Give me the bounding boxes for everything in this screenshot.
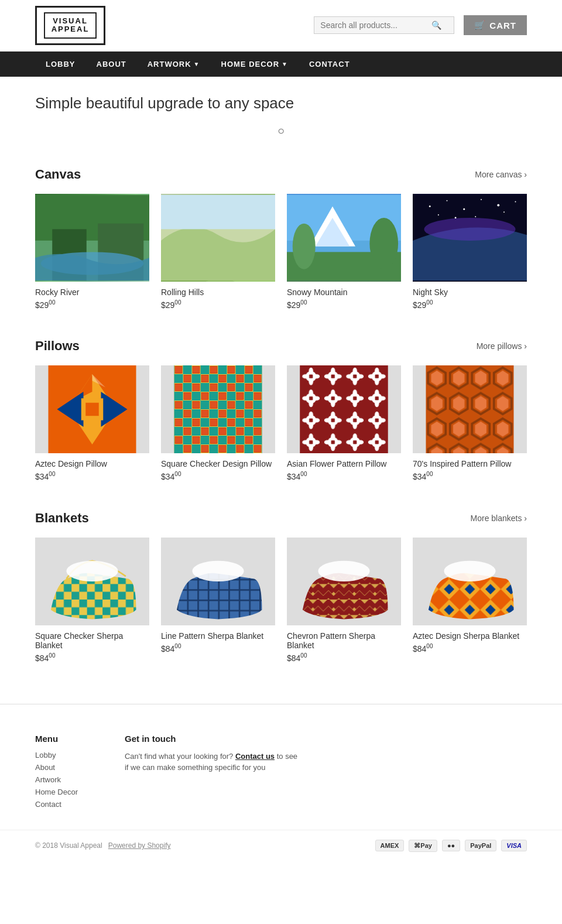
footer-contact-title: Get in touch bbox=[125, 734, 300, 744]
product-name-rocky-river: Rocky River bbox=[35, 288, 149, 297]
product-card-aztec-pillow[interactable]: Aztec Design Pillow $3400 bbox=[35, 365, 149, 481]
product-card-rocky-river[interactable]: Rocky River $2900 bbox=[35, 194, 149, 310]
footer-contact-col: Get in touch Can't find what your lookin… bbox=[125, 734, 300, 812]
nav-item-artwork[interactable]: ARTWORK ▼ bbox=[137, 52, 211, 77]
svg-point-15 bbox=[293, 223, 316, 269]
pillows-section-header: Pillows More pillows › bbox=[35, 338, 527, 354]
contact-link[interactable]: Contact us bbox=[235, 752, 275, 761]
header: VISUAL APPEAL 🔍 🛒 CART bbox=[0, 0, 562, 52]
product-name-rolling-hills: Rolling Hills bbox=[161, 288, 275, 297]
svg-point-65 bbox=[192, 561, 244, 581]
payment-paypal: PayPal bbox=[465, 840, 496, 851]
footer-menu-contact[interactable]: Contact bbox=[35, 800, 78, 809]
product-card-aztec-blanket[interactable]: Aztec Design Sherpa Blanket $8400 bbox=[413, 538, 527, 663]
footer-copyright-area: © 2018 Visual Appeal Powered by Shopify bbox=[35, 841, 170, 850]
canvas-section-header: Canvas More canvas › bbox=[35, 167, 527, 182]
nav-item-contact[interactable]: CONTACT bbox=[299, 52, 361, 77]
nav-artwork-label: ARTWORK bbox=[148, 60, 191, 69]
product-price-chevron-blanket: $8400 bbox=[287, 652, 401, 663]
nav-item-about[interactable]: ABOUT bbox=[86, 52, 137, 77]
canvas-more-link[interactable]: More canvas › bbox=[475, 170, 527, 179]
pillows-product-grid: Aztec Design Pillow $3400 Square Chec bbox=[35, 365, 527, 481]
search-button[interactable]: 🔍 bbox=[431, 20, 441, 30]
svg-point-19 bbox=[447, 200, 448, 201]
product-image-aztec-blanket bbox=[413, 538, 527, 625]
product-image-chevron-blanket bbox=[287, 538, 401, 625]
product-price-checker-blanket: $8400 bbox=[35, 652, 149, 663]
svg-point-16 bbox=[369, 217, 398, 269]
product-card-checker-pillow[interactable]: Square Checker Design Pillow $3400 bbox=[161, 365, 275, 481]
pillows-section: Pillows More pillows › Aztec Design Pill… bbox=[0, 327, 562, 499]
product-image-aztec-pillow bbox=[35, 365, 149, 453]
product-card-rolling-hills[interactable]: Rolling Hills $2900 bbox=[161, 194, 275, 310]
product-card-line-blanket[interactable]: Line Pattern Sherpa Blanket $8400 bbox=[161, 538, 275, 663]
product-price-rocky-river: $2900 bbox=[35, 299, 149, 310]
footer-menu-artwork[interactable]: Artwork bbox=[35, 775, 78, 784]
nav-item-home-decor[interactable]: HOME DECOR ▼ bbox=[211, 52, 299, 77]
product-image-rocky-river bbox=[35, 194, 149, 282]
footer-menu-col: Menu Lobby About Artwork Home Decor Cont… bbox=[35, 734, 78, 812]
nav-contact-label: CONTACT bbox=[309, 60, 350, 69]
product-name-aztec-blanket: Aztec Design Sherpa Blanket bbox=[413, 631, 527, 641]
pillows-more-link[interactable]: More pillows › bbox=[477, 341, 527, 351]
product-name-checker-blanket: Square Checker Sherpa Blanket bbox=[35, 631, 149, 650]
hero-section: Simple beautiful upgrade to any space ○ bbox=[0, 77, 562, 155]
footer-contact-text: Can't find what your looking for? Contac… bbox=[125, 751, 300, 774]
product-image-snowy-mountain bbox=[287, 194, 401, 282]
product-price-night-sky: $2900 bbox=[413, 299, 527, 310]
product-image-flower-pillow bbox=[287, 365, 401, 453]
product-card-flower-pillow[interactable]: Asian Flower Pattern Pillow $3400 bbox=[287, 365, 401, 481]
svg-point-18 bbox=[429, 206, 431, 207]
nav-home-decor-arrow: ▼ bbox=[282, 61, 288, 67]
product-card-night-sky[interactable]: Night Sky $2900 bbox=[413, 194, 527, 310]
search-input[interactable] bbox=[320, 20, 431, 30]
product-image-night-sky bbox=[413, 194, 527, 282]
product-price-70s-pillow: $3400 bbox=[413, 471, 527, 481]
product-card-snowy-mountain[interactable]: Snowy Mountain $2900 bbox=[287, 194, 401, 310]
canvas-section-title: Canvas bbox=[35, 167, 81, 182]
footer-menu-home-decor[interactable]: Home Decor bbox=[35, 788, 78, 796]
logo[interactable]: VISUAL APPEAL bbox=[35, 6, 105, 45]
product-card-checker-blanket[interactable]: Square Checker Sherpa Blanket $8400 bbox=[35, 538, 149, 663]
product-price-line-blanket: $8400 bbox=[161, 643, 275, 653]
product-price-snowy-mountain: $2900 bbox=[287, 299, 401, 310]
product-price-aztec-blanket: $8400 bbox=[413, 643, 527, 653]
blankets-more-link[interactable]: More blankets › bbox=[471, 514, 527, 523]
svg-point-61 bbox=[66, 561, 118, 581]
product-name-checker-pillow: Square Checker Design Pillow bbox=[161, 459, 275, 468]
cart-button[interactable]: 🛒 CART bbox=[464, 15, 527, 35]
footer: Menu Lobby About Artwork Home Decor Cont… bbox=[0, 704, 562, 861]
svg-rect-44 bbox=[174, 365, 262, 453]
blankets-section-title: Blankets bbox=[35, 511, 89, 526]
nav-item-lobby[interactable]: LOBBY bbox=[35, 52, 86, 77]
footer-menu-lobby[interactable]: Lobby bbox=[35, 751, 78, 759]
product-price-checker-pillow: $3400 bbox=[161, 471, 275, 481]
nav-lobby-label: LOBBY bbox=[46, 60, 76, 69]
product-image-70s-pillow bbox=[413, 365, 527, 453]
svg-point-20 bbox=[463, 208, 465, 210]
product-image-checker-blanket bbox=[35, 538, 149, 625]
product-image-rolling-hills bbox=[161, 194, 275, 282]
product-card-chevron-blanket[interactable]: Chevron Pattern Sherpa Blanket $8400 bbox=[287, 538, 401, 663]
svg-point-27 bbox=[503, 211, 505, 213]
product-name-chevron-blanket: Chevron Pattern Sherpa Blanket bbox=[287, 631, 401, 650]
nav-about-label: ABOUT bbox=[97, 60, 126, 69]
product-card-70s-pillow[interactable]: 70's Inspired Pattern Pillow $3400 bbox=[413, 365, 527, 481]
footer-menu-about[interactable]: About bbox=[35, 763, 78, 772]
payment-amex: AMEX bbox=[375, 840, 405, 851]
payment-icons: AMEX ⌘Pay ●● PayPal VISA bbox=[375, 840, 527, 852]
nav-home-decor-label: HOME DECOR bbox=[221, 60, 280, 69]
svg-point-71 bbox=[444, 561, 495, 581]
search-bar: 🔍 bbox=[314, 16, 454, 34]
footer-powered[interactable]: Powered by Shopify bbox=[108, 841, 171, 850]
product-name-night-sky: Night Sky bbox=[413, 288, 527, 297]
blankets-section-header: Blankets More blankets › bbox=[35, 511, 527, 526]
contact-text-before: Can't find what your looking for? bbox=[125, 752, 235, 761]
logo-line2: APPEAL bbox=[50, 25, 91, 33]
product-name-70s-pillow: 70's Inspired Pattern Pillow bbox=[413, 459, 527, 468]
svg-rect-57 bbox=[426, 365, 514, 453]
svg-point-26 bbox=[475, 216, 476, 217]
svg-point-23 bbox=[515, 201, 516, 202]
svg-point-22 bbox=[497, 204, 499, 206]
svg-rect-53 bbox=[300, 365, 388, 453]
